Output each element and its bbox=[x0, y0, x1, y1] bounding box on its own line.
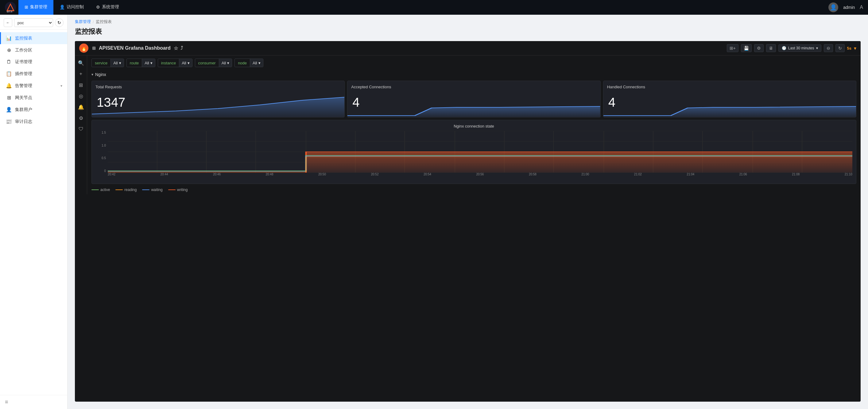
back-button[interactable]: ← bbox=[4, 19, 12, 27]
route-select[interactable]: All ▾ bbox=[142, 59, 155, 67]
panel-total-requests-value: 1347 bbox=[97, 95, 125, 110]
node-label: node bbox=[235, 59, 250, 67]
cluster-user-icon: 👤 bbox=[6, 107, 12, 112]
top-nav: api7.ai ⊞ 集群管理 👤 访问控制 ⚙ 系统管理 👤 admin A bbox=[0, 0, 868, 15]
x-label-2108: 21:08 bbox=[792, 173, 800, 180]
nav-access-label: 访问控制 bbox=[67, 4, 84, 10]
search-panel-icon[interactable]: 🔍 bbox=[76, 58, 86, 68]
sidebar-label-workzone: 工作分区 bbox=[15, 47, 32, 53]
dashboard-settings-button[interactable]: ⚙ bbox=[754, 44, 764, 52]
x-label-2110: 21:10 bbox=[845, 173, 852, 180]
zoom-out-button[interactable]: ⊖ bbox=[824, 44, 833, 52]
connection-state-title: Nginx connection state bbox=[95, 124, 852, 129]
grafana-header: 🔥 ⊞ APISEVEN Grafana Dashboard ☆ ⤴ ⊞+ 💾 … bbox=[75, 41, 861, 56]
nginx-section: ▾ Nginx bbox=[87, 70, 861, 78]
grafana-body: 🔍 + ⊞ ◎ 🔔 ⚙ 🛡 service All bbox=[75, 56, 861, 194]
chart-legend: active reading waiting writing bbox=[87, 186, 861, 194]
lang-switch[interactable]: A bbox=[860, 5, 863, 10]
grafana-logo: 🔥 bbox=[79, 43, 88, 53]
connection-state-canvas bbox=[108, 131, 852, 173]
instance-select[interactable]: All ▾ bbox=[179, 59, 192, 67]
time-range-selector[interactable]: 🕐 Last 30 minutes ▾ bbox=[778, 44, 822, 52]
filter-instance: instance All ▾ bbox=[158, 59, 192, 67]
dashboards-icon[interactable]: ⊞ bbox=[76, 80, 86, 90]
nav-system-management[interactable]: ⚙ 系统管理 bbox=[90, 0, 125, 15]
nginx-section-label: Nginx bbox=[95, 72, 106, 77]
panel-total-requests: Total Requests 1347 bbox=[91, 81, 345, 117]
rate-dropdown-icon[interactable]: ▾ bbox=[854, 45, 856, 51]
x-label-2100: 21:00 bbox=[581, 173, 589, 180]
time-range-label: Last 30 minutes bbox=[788, 46, 814, 50]
grafana-toolbar: ⊞+ 💾 ⚙ 🖥 🕐 Last 30 minutes ▾ ⊖ ↻ 5s ▾ bbox=[727, 44, 856, 52]
filter-node: node All ▾ bbox=[235, 59, 263, 67]
x-label-2050: 20:50 bbox=[318, 173, 326, 180]
workzone-icon: ⊕ bbox=[6, 47, 12, 53]
nav-cluster-management[interactable]: ⊞ 集群管理 bbox=[19, 0, 53, 15]
explore-icon[interactable]: ◎ bbox=[76, 91, 86, 101]
sidebar-item-alert[interactable]: 🔔 告警管理 ▾ bbox=[0, 80, 67, 92]
sidebar-label-cluster-user: 集群用户 bbox=[15, 107, 32, 112]
config-icon[interactable]: ⚙ bbox=[76, 113, 86, 123]
sidebar-label-monitor: 监控报表 bbox=[15, 36, 32, 41]
cycle-view-button[interactable]: 🖥 bbox=[766, 44, 776, 52]
x-label-2052: 20:52 bbox=[371, 173, 378, 180]
y-axis-labels: 1.5 1.0 0.5 0 bbox=[95, 131, 108, 173]
reading-legend-label: reading bbox=[124, 188, 136, 192]
chevron-icon: ▾ bbox=[188, 61, 190, 65]
shield-icon[interactable]: 🛡 bbox=[76, 124, 86, 134]
service-label: service bbox=[92, 59, 111, 67]
chevron-icon: ▾ bbox=[150, 61, 153, 65]
x-label-2104: 21:04 bbox=[687, 173, 694, 180]
share-icon[interactable]: ⤴ bbox=[181, 45, 183, 51]
gateway-icon: ⊞ bbox=[6, 95, 12, 101]
nav-access-control[interactable]: 👤 访问控制 bbox=[53, 0, 90, 15]
chevron-icon: ▾ bbox=[119, 61, 121, 65]
page-title: 监控报表 bbox=[67, 25, 868, 41]
add-panel-icon[interactable]: + bbox=[76, 69, 86, 79]
sidebar-item-monitor[interactable]: 📊 监控报表 bbox=[0, 32, 67, 44]
sidebar-label-plugin: 插件管理 bbox=[15, 71, 32, 77]
consumer-label: consumer bbox=[195, 59, 219, 67]
x-label-2048: 20:48 bbox=[266, 173, 273, 180]
service-select[interactable]: All ▾ bbox=[111, 59, 123, 67]
filter-bar: service All ▾ route All ▾ bbox=[87, 56, 861, 70]
active-legend-label: active bbox=[100, 188, 110, 192]
node-select[interactable]: All ▾ bbox=[250, 59, 263, 67]
x-label-2046: 20:46 bbox=[213, 173, 221, 180]
star-icon[interactable]: ☆ bbox=[174, 45, 178, 51]
svg-marker-25 bbox=[306, 152, 852, 173]
nav-cluster-label: 集群管理 bbox=[30, 4, 47, 10]
sidebar-item-plugin[interactable]: 📋 插件管理 bbox=[0, 68, 67, 80]
panel-handled-connections: Handled Connections 4 bbox=[603, 81, 856, 117]
consumer-select[interactable]: All ▾ bbox=[219, 59, 232, 67]
refresh-button[interactable]: ↻ bbox=[835, 44, 845, 52]
sidebar-search: ← poc ↻ bbox=[0, 15, 67, 30]
save-dashboard-button[interactable]: 💾 bbox=[741, 44, 752, 52]
sidebar-label-gateway: 网关节点 bbox=[15, 95, 32, 101]
sidebar: ← poc ↻ 📊 监控报表 ⊕ 工作分区 🗒 证书管理 📋 插件管理 bbox=[0, 15, 67, 409]
x-label-2044: 20:44 bbox=[160, 173, 168, 180]
handled-connections-chart bbox=[603, 96, 856, 117]
collapse-icon[interactable]: ≡ bbox=[5, 399, 8, 405]
writing-legend-line bbox=[168, 190, 176, 190]
filter-service: service All ▾ bbox=[91, 59, 124, 67]
nav-system-label: 系统管理 bbox=[102, 4, 119, 10]
breadcrumb-parent[interactable]: 集群管理 bbox=[75, 19, 91, 25]
chevron-down-icon: ▾ bbox=[816, 46, 818, 50]
waiting-legend-line bbox=[142, 190, 150, 190]
alert-rules-icon[interactable]: 🔔 bbox=[76, 102, 86, 112]
y-label-1.0: 1.0 bbox=[95, 144, 108, 147]
sidebar-item-audit[interactable]: 📰 审计日志 bbox=[0, 115, 67, 128]
nav-right: 👤 admin A bbox=[828, 2, 863, 12]
cluster-select[interactable]: poc bbox=[14, 19, 53, 27]
refresh-button[interactable]: ↻ bbox=[55, 19, 64, 27]
legend-waiting: waiting bbox=[142, 188, 162, 192]
add-panel-button[interactable]: ⊞+ bbox=[727, 44, 739, 52]
sidebar-item-gateway[interactable]: ⊞ 网关节点 bbox=[0, 92, 67, 104]
sidebar-item-workzone[interactable]: ⊕ 工作分区 bbox=[0, 44, 67, 56]
panel-accepted-connections: Accepted Connections 4 bbox=[347, 81, 600, 117]
sidebar-item-cluster-user[interactable]: 👤 集群用户 bbox=[0, 104, 67, 115]
nginx-collapse-icon[interactable]: ▾ bbox=[91, 72, 93, 77]
sidebar-item-cert[interactable]: 🗒 证书管理 bbox=[0, 56, 67, 68]
x-label-2102: 21:02 bbox=[634, 173, 642, 180]
